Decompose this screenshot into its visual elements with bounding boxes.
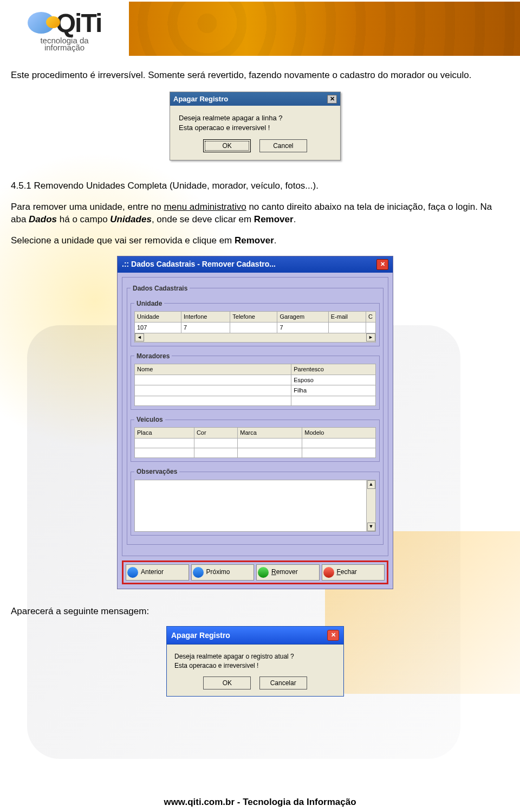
paragraph-3: Selecione a unidade que vai ser removida…: [11, 235, 499, 247]
legend-veiculos: Veiculos: [134, 415, 165, 424]
col-extra[interactable]: C: [366, 311, 376, 322]
col-modelo[interactable]: Modelo: [302, 428, 376, 439]
fechar-button[interactable]: Fechar: [322, 564, 385, 581]
table-row[interactable]: Esposo: [135, 375, 376, 385]
close-icon[interactable]: ✕: [327, 630, 339, 641]
logo-mark: QiTi: [28, 8, 101, 38]
arrow-right-icon: [193, 567, 204, 578]
col-garagem[interactable]: Garagem: [277, 311, 328, 322]
dialog3-body: Deseja realmete apagar o registro atual …: [167, 645, 343, 673]
dialog1-line2: Esta operacao e irreversivel !: [179, 123, 332, 133]
paragraph-intro: Este procedimento é irreversível. Soment…: [11, 69, 499, 82]
legend-moradores: Moradores: [134, 352, 172, 360]
logo-text: QiTi: [56, 8, 101, 38]
scroll-up-icon[interactable]: ▲: [367, 480, 375, 489]
ok-button[interactable]: OK: [203, 139, 251, 152]
dialog3-line1: Deseja realmete apagar o registro atual …: [174, 652, 336, 661]
fieldset-observacoes: Observações ▲ ▼: [131, 467, 380, 535]
table-row[interactable]: [135, 396, 376, 406]
legend-unidade: Unidade: [134, 299, 164, 308]
dialog-dados-cadastrais: .:: Dados Cadastrais - Remover Cadastro.…: [117, 256, 393, 589]
dialog1-title: Apagar Registro: [173, 94, 228, 104]
col-nome[interactable]: Nome: [135, 364, 291, 375]
col-cor[interactable]: Cor: [194, 428, 237, 439]
dialog2-titlebar: .:: Dados Cadastrais - Remover Cadastro.…: [118, 256, 393, 273]
legend-main: Dados Cadastrais: [131, 284, 190, 293]
dialog3-title: Apagar Registro: [171, 630, 230, 641]
col-placa[interactable]: Placa: [135, 428, 194, 439]
cancel-button[interactable]: Cancel: [259, 139, 307, 152]
close-circle-icon: [323, 567, 334, 578]
fieldset-unidade: Unidade Unidade Interfone Telefone Garag…: [131, 299, 380, 346]
col-marca[interactable]: Marca: [238, 428, 302, 439]
check-icon: [258, 567, 269, 578]
dialog1-titlebar: Apagar Registro ✕: [170, 92, 340, 106]
arrow-left-icon: [127, 567, 138, 578]
scroll-down-icon[interactable]: ▼: [367, 523, 375, 531]
dialog1-body: Deseja realmete apagar a linha ? Esta op…: [170, 106, 340, 136]
dialog-apagar-registro-1: Apagar Registro ✕ Deseja realmete apagar…: [170, 92, 341, 160]
table-row[interactable]: Filha: [135, 385, 376, 396]
table-row[interactable]: [135, 448, 376, 458]
ok-button[interactable]: OK: [203, 676, 251, 689]
logo: QiTi tecnologia da informação: [0, 0, 129, 60]
table-unidade: Unidade Interfone Telefone Garagem E-mai…: [134, 311, 376, 333]
horizontal-scrollbar[interactable]: ◄ ►: [134, 333, 376, 343]
dialog2-panel: Dados Cadastrais Unidade Unidade Interfo…: [122, 277, 388, 556]
table-moradores: Nome Parentesco Esposo Filha: [134, 364, 376, 407]
footer: www.qiti.com.br - Tecnologia da Informaç…: [0, 797, 520, 808]
paragraph-4: Aparecerá a seguinte mensagem:: [11, 605, 499, 618]
scroll-right-icon[interactable]: ►: [366, 333, 375, 341]
close-icon[interactable]: ✕: [327, 95, 337, 104]
dialog1-buttons: OK Cancel: [170, 136, 340, 160]
legend-observacoes: Observações: [134, 467, 179, 476]
header-band: [129, 2, 520, 56]
anterior-button[interactable]: Anterior: [126, 564, 189, 581]
section-heading: 4.5.1 Removendo Unidades Completa (Unida…: [11, 180, 499, 192]
col-telefone[interactable]: Telefone: [230, 311, 277, 322]
dialog-apagar-registro-2: Apagar Registro ✕ Deseja realmete apagar…: [166, 626, 344, 697]
logo-subtitle-2: informação: [44, 43, 84, 52]
paragraph-2: Para remover uma unidade, entre no menu …: [11, 201, 499, 226]
dialog3-line2: Esta operacao e irreversivel !: [174, 661, 336, 670]
col-email[interactable]: E-mail: [328, 311, 366, 322]
dialog2-title: .:: Dados Cadastrais - Remover Cadastro.…: [122, 259, 276, 269]
fieldset-veiculos: Veiculos Placa Cor Marca Modelo: [131, 415, 380, 462]
fieldset-moradores: Moradores Nome Parentesco Esposo Filha: [131, 352, 380, 410]
dialog3-buttons: OK Cancelar: [167, 673, 343, 696]
col-interfone[interactable]: Interfone: [181, 311, 230, 322]
dialog3-titlebar: Apagar Registro ✕: [167, 627, 343, 645]
fieldset-dados-cadastrais: Dados Cadastrais Unidade Unidade Interfo…: [127, 284, 384, 545]
vertical-scrollbar[interactable]: ▲ ▼: [366, 480, 375, 531]
cancel-button[interactable]: Cancelar: [259, 676, 307, 689]
table-veiculos: Placa Cor Marca Modelo: [134, 427, 376, 458]
proximo-button[interactable]: Próximo: [191, 564, 255, 581]
table-row[interactable]: [135, 439, 376, 448]
logo-icon: [28, 12, 55, 34]
link-menu-administrativo: menu administrativo: [164, 202, 246, 212]
table-row[interactable]: 107 7 7: [135, 322, 376, 333]
remover-button[interactable]: Remover: [256, 564, 320, 581]
textarea-observacoes[interactable]: ▲ ▼: [134, 480, 376, 532]
dialog1-line1: Deseja realmete apagar a linha ?: [179, 113, 332, 123]
header: QiTi tecnologia da informação: [0, 0, 520, 60]
close-icon[interactable]: ✕: [376, 259, 388, 270]
scroll-left-icon[interactable]: ◄: [135, 333, 144, 341]
col-unidade[interactable]: Unidade: [135, 311, 181, 322]
col-parentesco[interactable]: Parentesco: [291, 364, 376, 375]
dialog2-button-bar: Anterior Próximo Remover Fechar: [122, 560, 388, 584]
document-body: Este procedimento é irreversível. Soment…: [0, 60, 520, 697]
